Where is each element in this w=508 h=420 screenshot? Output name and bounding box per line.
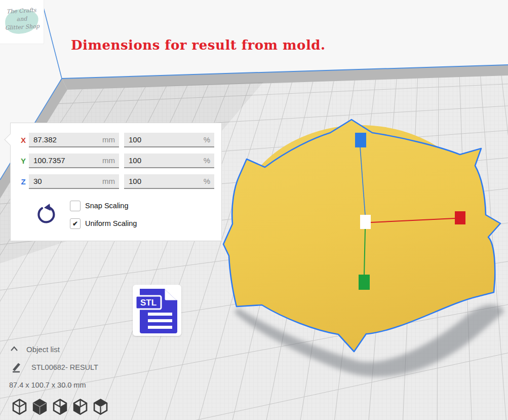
logo-text: The Crafts and Glitter Shop	[0, 6, 44, 32]
cube-top-face-icon	[93, 398, 108, 415]
scale-handle-x[interactable]	[455, 211, 465, 224]
scale-row-x: X 87.382 mm 100 %	[11, 133, 221, 147]
scale-tool-panel: X 87.382 mm 100 % Y 100.7357 mm 100 % Z	[10, 123, 222, 241]
reset-scale-button[interactable]	[35, 203, 57, 225]
view-top-button[interactable]	[53, 398, 67, 415]
shop-logo: The Crafts and Glitter Shop	[0, 0, 44, 44]
view-3d-button[interactable]	[12, 398, 27, 415]
cube-wireframe-icon	[12, 398, 27, 415]
z-size-value: 30	[33, 177, 42, 185]
y-percent-value: 100	[129, 156, 141, 165]
x-size-value: 87.382	[33, 135, 57, 144]
page-title: Dimensions for result from mold.	[71, 37, 326, 53]
application-viewport: The Crafts and Glitter Shop Dimensions f…	[0, 0, 508, 420]
scale-handle-z[interactable]	[355, 133, 366, 147]
camera-view-toolbar	[12, 398, 108, 415]
snap-scaling-row: ✔ Snap Scaling	[70, 200, 128, 211]
stl-file-badge: STL	[133, 285, 181, 336]
y-percent-input[interactable]: 100 %	[124, 154, 214, 168]
model-dimensions-readout: 87.4 x 100.7 x 30.0 mm	[9, 381, 86, 389]
view-front-button[interactable]	[32, 398, 47, 415]
x-percent-value: 100	[129, 135, 141, 144]
snap-scaling-label: Snap Scaling	[85, 202, 128, 210]
chevron-up-icon	[10, 346, 18, 352]
object-list-collapse-button[interactable]	[10, 346, 18, 352]
z-size-input[interactable]: 30 mm	[29, 174, 119, 189]
z-percent-value: 100	[129, 177, 141, 185]
object-list-item[interactable]: STL00682- RESULT	[31, 363, 98, 371]
reset-icon	[35, 203, 57, 225]
axis-label-y: Y	[18, 157, 29, 165]
uniform-scaling-checkbox[interactable]: ✔	[70, 218, 81, 229]
scale-handle-y[interactable]	[359, 275, 370, 290]
scale-row-y: Y 100.7357 mm 100 %	[11, 154, 221, 168]
z-percent-unit: %	[204, 177, 210, 185]
mesh-type-icon	[11, 362, 21, 373]
scale-row-z: Z 30 mm 100 %	[11, 174, 221, 189]
scale-handle-center[interactable]	[360, 215, 371, 229]
axis-label-z: Z	[18, 177, 29, 186]
z-size-unit: mm	[102, 177, 115, 185]
x-size-unit: mm	[102, 135, 115, 144]
snap-scaling-checkbox[interactable]: ✔	[70, 201, 81, 211]
z-percent-input[interactable]: 100 %	[124, 174, 214, 189]
x-percent-input[interactable]: 100 %	[124, 133, 214, 147]
x-percent-unit: %	[204, 135, 210, 144]
y-size-input[interactable]: 100.7357 mm	[29, 154, 119, 168]
stl-document-icon: STL	[133, 285, 181, 336]
cube-solid-icon	[32, 398, 47, 415]
x-size-input[interactable]: 87.382 mm	[29, 133, 119, 147]
axis-label-x: X	[18, 136, 29, 144]
uniform-scaling-row: ✔ Uniform Scaling	[70, 218, 137, 229]
cube-left-face-icon	[73, 398, 88, 415]
view-left-button[interactable]	[73, 398, 88, 415]
uniform-scaling-label: Uniform Scaling	[85, 219, 137, 227]
y-size-unit: mm	[102, 156, 115, 165]
view-right-button[interactable]	[93, 398, 108, 415]
object-list-header[interactable]: Object list	[26, 345, 60, 354]
cube-right-face-icon	[53, 398, 67, 415]
stl-label: STL	[140, 298, 157, 308]
y-percent-unit: %	[204, 156, 210, 165]
y-size-value: 100.7357	[33, 156, 65, 165]
